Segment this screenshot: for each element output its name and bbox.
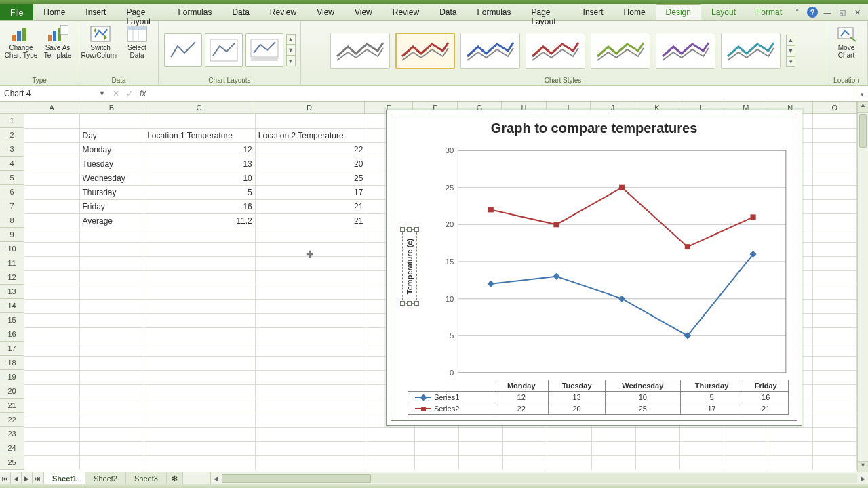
cell-N25[interactable] <box>768 455 812 470</box>
tab-view[interactable]: View <box>344 4 382 20</box>
cell-B12[interactable] <box>79 270 144 285</box>
cell-C24[interactable] <box>144 441 256 455</box>
save-as-template-button[interactable]: Save AsTemplate <box>41 22 75 59</box>
row-header-16[interactable]: 16 <box>0 327 24 342</box>
cell-B6[interactable]: Thursday <box>79 185 144 199</box>
cell-A11[interactable] <box>24 256 79 270</box>
restore-icon[interactable]: ◱ <box>837 7 848 18</box>
cell-H25[interactable] <box>503 455 547 470</box>
move-chart-button[interactable]: MoveChart <box>829 22 863 59</box>
cell-O7[interactable] <box>812 199 856 214</box>
cell-A4[interactable] <box>24 157 79 171</box>
column-header-O[interactable]: O <box>813 102 857 114</box>
cell-C3[interactable]: 12 <box>144 142 256 157</box>
cell-B16[interactable] <box>79 327 144 342</box>
cell-B7[interactable]: Friday <box>79 199 144 214</box>
sheet-tab-sheet1[interactable]: Sheet1 <box>43 472 85 484</box>
cell-C9[interactable] <box>144 228 256 242</box>
row-header-1[interactable]: 1 <box>0 114 24 128</box>
column-header-D[interactable]: D <box>254 102 365 114</box>
cell-A7[interactable] <box>24 199 79 214</box>
tab-format[interactable]: Format <box>746 4 792 20</box>
vertical-scrollbar[interactable]: ▲ ▼ <box>857 102 868 472</box>
cell-A1[interactable] <box>24 114 79 128</box>
expand-formula-bar-icon[interactable]: ▾ <box>856 86 868 101</box>
scroll-right-icon[interactable]: ▶ <box>857 475 868 482</box>
cell-A13[interactable] <box>24 285 79 299</box>
cell-M24[interactable] <box>724 441 768 455</box>
sheet-prev-icon[interactable]: ◀ <box>11 472 22 484</box>
row-header-19[interactable]: 19 <box>0 370 24 384</box>
chart-style-3[interactable] <box>460 33 520 69</box>
cell-H24[interactable] <box>503 441 547 455</box>
row-header-5[interactable]: 5 <box>0 171 24 185</box>
cell-D17[interactable] <box>255 342 366 356</box>
cell-G24[interactable] <box>458 441 502 455</box>
chart-style-7[interactable] <box>721 33 781 69</box>
cell-O24[interactable] <box>812 441 856 455</box>
chart-style-2[interactable] <box>395 33 455 69</box>
cell-D4[interactable]: 20 <box>255 157 366 171</box>
row-header-21[interactable]: 21 <box>0 399 24 413</box>
chart-layout-3[interactable] <box>245 33 283 67</box>
cell-C25[interactable] <box>144 455 256 470</box>
cell-D22[interactable] <box>255 413 366 427</box>
cell-A22[interactable] <box>24 413 79 427</box>
cell-I25[interactable] <box>547 455 591 470</box>
cell-F24[interactable] <box>414 441 458 455</box>
cell-A15[interactable] <box>24 313 79 327</box>
cell-A3[interactable] <box>24 142 79 157</box>
cell-A20[interactable] <box>24 384 79 399</box>
cell-C7[interactable]: 16 <box>144 199 256 214</box>
cell-C10[interactable] <box>144 242 256 256</box>
close-icon[interactable]: ✕ <box>852 7 863 18</box>
select-all-corner[interactable] <box>0 102 24 114</box>
cell-B19[interactable] <box>79 370 144 384</box>
cell-C16[interactable] <box>144 327 256 342</box>
cell-A14[interactable] <box>24 299 79 313</box>
cell-G23[interactable] <box>458 427 502 441</box>
cell-B17[interactable] <box>79 342 144 356</box>
hscroll-thumb[interactable] <box>222 474 371 483</box>
name-box-dropdown-icon[interactable]: ▼ <box>99 90 105 97</box>
cell-O3[interactable] <box>812 142 856 157</box>
cell-C2[interactable]: Location 1 Temperature <box>144 128 256 142</box>
cell-A9[interactable] <box>24 228 79 242</box>
cell-B25[interactable] <box>79 455 144 470</box>
column-header-B[interactable]: B <box>79 102 144 114</box>
scroll-up-icon[interactable]: ▲ <box>858 102 868 113</box>
cell-N24[interactable] <box>768 441 812 455</box>
cell-O18[interactable] <box>812 356 856 370</box>
cell-O13[interactable] <box>812 285 856 299</box>
cell-E23[interactable] <box>366 427 414 441</box>
y-axis-title-box[interactable]: Temperature (c) <box>402 229 417 304</box>
chart-style-6[interactable] <box>656 33 715 69</box>
cell-F25[interactable] <box>414 455 458 470</box>
cell-C18[interactable] <box>144 356 256 370</box>
cell-D3[interactable]: 22 <box>255 142 366 157</box>
cell-H23[interactable] <box>503 427 547 441</box>
cell-A19[interactable] <box>24 370 79 384</box>
cell-A6[interactable] <box>24 185 79 199</box>
cell-D9[interactable] <box>255 228 366 242</box>
chart-plot-area[interactable]: Graph to compare temperatures Temperatur… <box>391 115 797 421</box>
cell-C21[interactable] <box>144 399 256 413</box>
cell-A10[interactable] <box>24 242 79 256</box>
cell-C4[interactable]: 13 <box>144 157 256 171</box>
cell-I23[interactable] <box>547 427 591 441</box>
cell-A5[interactable] <box>24 171 79 185</box>
cell-L23[interactable] <box>679 427 724 441</box>
cell-B3[interactable]: Monday <box>79 142 144 157</box>
cell-D15[interactable] <box>255 313 366 327</box>
cell-E25[interactable] <box>366 455 414 470</box>
cell-A18[interactable] <box>24 356 79 370</box>
cell-O23[interactable] <box>812 427 856 441</box>
cell-D16[interactable] <box>255 327 366 342</box>
change-chart-type-button[interactable]: ChangeChart Type <box>4 22 38 59</box>
cell-C19[interactable] <box>144 370 256 384</box>
tab-home[interactable]: Home <box>614 4 656 20</box>
cell-C5[interactable]: 10 <box>144 171 256 185</box>
cell-O11[interactable] <box>812 256 856 270</box>
cell-M23[interactable] <box>724 427 768 441</box>
cell-D6[interactable]: 17 <box>255 185 366 199</box>
